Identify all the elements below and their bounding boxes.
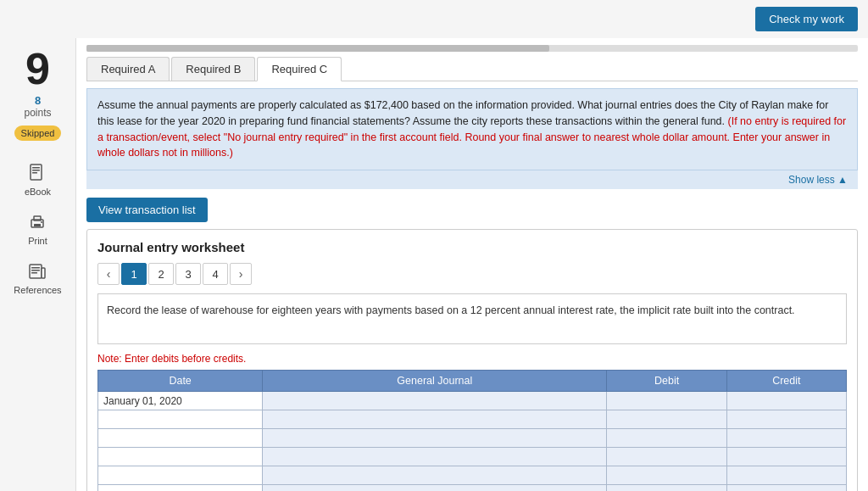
progress-bar-fill xyxy=(86,45,549,52)
tab-required-a[interactable]: Required A xyxy=(86,57,170,81)
general-journal-cell-5 xyxy=(263,466,607,485)
col-header-date: Date xyxy=(98,371,263,392)
page-2-button[interactable]: 2 xyxy=(148,263,174,285)
svg-rect-10 xyxy=(31,270,40,271)
debit-input-1[interactable] xyxy=(607,392,726,410)
general-journal-cell-6 xyxy=(263,485,607,492)
debit-cell-1 xyxy=(607,392,726,410)
svg-rect-11 xyxy=(31,272,37,274)
svg-rect-3 xyxy=(32,172,37,174)
table-row xyxy=(98,448,847,466)
general-journal-input-3[interactable] xyxy=(263,429,606,447)
worksheet-note: Note: Enter debits before credits. xyxy=(97,353,847,365)
sidebar-item-references[interactable]: References xyxy=(14,259,61,295)
worksheet-description: Record the lease of warehouse for eighte… xyxy=(97,293,847,344)
svg-rect-1 xyxy=(32,167,40,169)
debit-input-6[interactable] xyxy=(607,485,726,491)
points-value: 8 xyxy=(35,94,41,107)
info-main-text: Assume the annual payments are properly … xyxy=(97,99,828,127)
date-cell-3 xyxy=(98,429,263,448)
references-icon xyxy=(25,259,49,283)
debit-input-4[interactable] xyxy=(607,448,726,466)
debit-input-5[interactable] xyxy=(607,466,726,484)
tab-required-b[interactable]: Required B xyxy=(171,57,255,81)
show-less-label: Show less ▲ xyxy=(788,174,848,186)
debit-cell-4 xyxy=(607,448,726,466)
col-header-general-journal: General Journal xyxy=(263,371,607,392)
credit-input-1[interactable] xyxy=(727,392,846,410)
general-journal-input-6[interactable] xyxy=(263,485,606,491)
pagination: ‹ 1 2 3 4 › xyxy=(97,263,847,285)
page-4-button[interactable]: 4 xyxy=(203,263,228,285)
credit-cell-5 xyxy=(726,466,846,485)
sidebar-item-ebook[interactable]: eBook xyxy=(25,161,51,197)
info-box: Assume the annual payments are properly … xyxy=(86,88,858,170)
table-row xyxy=(98,410,847,429)
debit-cell-6 xyxy=(607,485,726,492)
credit-cell-1 xyxy=(726,392,846,410)
svg-rect-6 xyxy=(34,224,41,226)
date-cell-4 xyxy=(98,448,263,466)
view-transaction-list-button[interactable]: View transaction list xyxy=(86,198,208,222)
sidebar-icons: eBook Print xyxy=(14,161,61,295)
general-journal-input-1[interactable] xyxy=(263,392,606,410)
check-my-work-button[interactable]: Check my work xyxy=(755,7,858,31)
date-cell-5 xyxy=(98,466,263,485)
progress-bar-container xyxy=(86,45,858,52)
credit-input-4[interactable] xyxy=(727,448,846,466)
credit-cell-2 xyxy=(726,410,846,429)
ebook-icon xyxy=(25,161,49,185)
points-label: points xyxy=(24,107,51,119)
references-label: References xyxy=(14,285,61,295)
general-journal-input-5[interactable] xyxy=(263,466,606,484)
general-journal-cell-1 xyxy=(263,392,607,410)
tab-bar: Required A Required B Required C xyxy=(86,57,858,81)
general-journal-cell-4 xyxy=(263,448,607,466)
col-header-credit: Credit xyxy=(726,371,846,392)
debit-cell-2 xyxy=(607,410,726,429)
description-text: Record the lease of warehouse for eighte… xyxy=(107,304,795,316)
debit-cell-3 xyxy=(607,429,726,448)
question-number: 9 xyxy=(25,47,50,91)
credit-input-3[interactable] xyxy=(727,429,846,447)
debit-cell-5 xyxy=(607,466,726,485)
date-cell-6 xyxy=(98,485,263,492)
left-panel: 9 8 points Skipped eBook xyxy=(0,38,76,491)
svg-point-7 xyxy=(41,221,42,223)
general-journal-input-4[interactable] xyxy=(263,448,606,466)
debit-input-2[interactable] xyxy=(607,410,726,428)
general-journal-cell-3 xyxy=(263,429,607,448)
credit-input-2[interactable] xyxy=(727,410,846,428)
page-prev-button[interactable]: ‹ xyxy=(97,263,120,285)
journal-entry-worksheet: Journal entry worksheet ‹ 1 2 3 4 › Reco… xyxy=(86,229,858,491)
credit-cell-4 xyxy=(726,448,846,466)
credit-input-6[interactable] xyxy=(727,485,846,491)
date-cell-2 xyxy=(98,410,263,429)
debit-input-3[interactable] xyxy=(607,429,726,447)
worksheet-title: Journal entry worksheet xyxy=(97,240,847,254)
page-1-button[interactable]: 1 xyxy=(121,263,147,285)
date-cell-1: January 01, 2020 xyxy=(98,392,263,410)
svg-rect-5 xyxy=(34,216,41,220)
page-3-button[interactable]: 3 xyxy=(175,263,201,285)
credit-input-5[interactable] xyxy=(727,466,846,484)
show-less-button[interactable]: Show less ▲ xyxy=(86,170,858,189)
tab-required-c[interactable]: Required C xyxy=(257,57,342,81)
svg-rect-2 xyxy=(32,170,40,171)
credit-cell-3 xyxy=(726,429,846,448)
credit-cell-6 xyxy=(726,485,846,492)
top-bar: Check my work xyxy=(0,0,868,38)
page-next-button[interactable]: › xyxy=(230,263,252,285)
svg-rect-12 xyxy=(42,268,45,278)
table-row xyxy=(98,429,847,448)
print-icon xyxy=(25,210,49,234)
table-row xyxy=(98,466,847,485)
print-label: Print xyxy=(28,236,47,246)
ebook-label: eBook xyxy=(25,187,51,197)
svg-rect-9 xyxy=(31,267,40,269)
general-journal-cell-2 xyxy=(263,410,607,429)
main-layout: 9 8 points Skipped eBook xyxy=(0,38,868,491)
sidebar-item-print[interactable]: Print xyxy=(25,210,49,246)
svg-rect-8 xyxy=(30,265,42,278)
general-journal-input-2[interactable] xyxy=(263,410,606,428)
